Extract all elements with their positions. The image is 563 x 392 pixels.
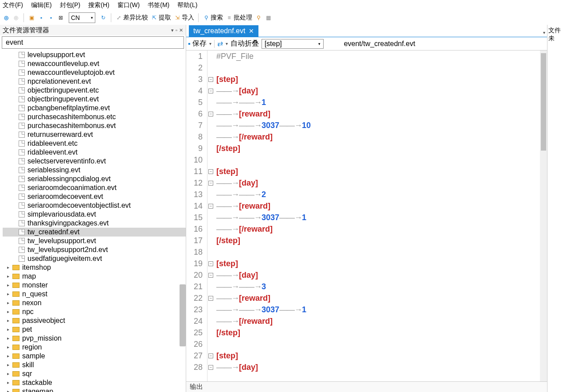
expand-icon[interactable]: ▸ xyxy=(7,307,12,316)
file-item[interactable]: tw_levelupsupport2nd.evt xyxy=(3,245,186,254)
file-item[interactable]: tw_creatednf.evt xyxy=(3,228,186,237)
file-item[interactable]: levelupsupport.evt xyxy=(3,50,186,59)
save-dropdown-icon[interactable]: ▾ xyxy=(209,41,211,46)
file-item[interactable]: purchasecashitembonus.etc xyxy=(3,113,186,121)
file-item[interactable]: newaccountleveluptojob.evt xyxy=(3,68,186,77)
back-icon[interactable]: ◎ xyxy=(3,14,10,21)
file-item[interactable]: ridableevent.etc xyxy=(3,139,186,148)
expand-icon[interactable]: ▸ xyxy=(7,281,12,290)
file-item[interactable]: objectbringupevent.etc xyxy=(3,86,186,95)
panel-pin-icon[interactable]: ▫ xyxy=(176,27,177,33)
folder-item[interactable]: ▸passiveobject xyxy=(3,316,186,325)
explorer-search-input[interactable]: event xyxy=(2,36,184,49)
folder-icon xyxy=(12,274,20,279)
file-icon xyxy=(19,87,25,93)
folder-item[interactable]: ▸pet xyxy=(3,325,186,334)
filter-icon[interactable]: ⚲ xyxy=(255,14,262,21)
section-dropdown[interactable]: [step]▾ xyxy=(262,39,324,49)
expand-icon[interactable]: ▸ xyxy=(7,299,12,307)
menu-item[interactable]: 帮助(L) xyxy=(177,1,197,9)
expand-icon[interactable]: ▸ xyxy=(7,316,12,325)
autofold-label[interactable]: 自动折叠 xyxy=(231,39,259,48)
folder-icon xyxy=(12,309,20,314)
tab-dropdown-icon[interactable]: ▾ xyxy=(543,30,545,35)
saveall-icon[interactable]: ▪ xyxy=(47,14,55,21)
toggle-icon[interactable]: ⇄ xyxy=(217,39,223,48)
batch-button[interactable]: ≡批处理 xyxy=(226,14,252,22)
folder-item[interactable]: ▸npc xyxy=(3,307,186,316)
panel-close-icon[interactable]: ✕ xyxy=(179,27,183,33)
expand-icon[interactable]: ▸ xyxy=(7,325,12,334)
expand-icon[interactable]: ▸ xyxy=(7,334,12,343)
folder-item[interactable]: ▸sample xyxy=(3,352,186,361)
folder-item[interactable]: ▸itemshop xyxy=(3,263,186,272)
expand-icon[interactable]: ▸ xyxy=(7,272,12,281)
forward-icon[interactable]: ◎ xyxy=(12,14,20,21)
close-icon[interactable]: ⊠ xyxy=(57,14,64,21)
open-icon[interactable]: ▣ xyxy=(28,14,35,21)
file-item[interactable]: purchasecashitembonus.evt xyxy=(3,121,186,130)
editor-scrollbar[interactable] xyxy=(540,50,547,381)
settings-icon[interactable]: ▦ xyxy=(265,14,272,21)
folder-item[interactable]: ▸stagemap xyxy=(3,387,186,392)
folder-item[interactable]: ▸nexon xyxy=(3,299,186,307)
expand-icon[interactable]: ▸ xyxy=(7,361,12,369)
editor-tab[interactable]: tw_creatednf.evt✕ xyxy=(189,25,258,37)
folder-item[interactable]: ▸region xyxy=(3,343,186,352)
expand-icon[interactable]: ▸ xyxy=(7,263,12,272)
output-panel-header[interactable]: 输出 xyxy=(186,381,547,392)
folder-item[interactable]: ▸map xyxy=(3,272,186,281)
folder-icon xyxy=(12,283,20,288)
menu-item[interactable]: 窗口(W) xyxy=(117,1,140,9)
file-item[interactable]: objectbringupevent.evt xyxy=(3,95,186,104)
file-item[interactable]: seriablessingnpcdialog.evt xyxy=(3,175,186,183)
menu-item[interactable]: 书签(M) xyxy=(148,1,169,9)
file-item[interactable]: selectservereventinfo.evt xyxy=(3,157,186,166)
file-item[interactable]: usedfatiguegiveitem.evt xyxy=(3,254,186,263)
folder-item[interactable]: ▸stackable xyxy=(3,378,186,387)
file-item[interactable]: npcrelationevent.evt xyxy=(3,77,186,86)
file-item[interactable]: newaccountlevelup.evt xyxy=(3,59,186,68)
file-item[interactable]: seriaroomdecoeventobjectlist.evt xyxy=(3,201,186,210)
search-button[interactable]: ⚲搜索 xyxy=(203,14,223,22)
import-button[interactable]: ⇲导入 xyxy=(174,14,194,22)
expand-icon[interactable]: ▸ xyxy=(7,369,12,378)
file-item[interactable]: simplevariousdata.evt xyxy=(3,210,186,219)
save-icon[interactable]: ▪ xyxy=(38,14,45,21)
menu-bar: 文件(F)编辑(E)封包(P)搜索(H)窗口(W)书签(M)帮助(L) xyxy=(0,0,563,11)
language-select[interactable]: CN▾ xyxy=(69,12,95,23)
extract-button[interactable]: ⇱提取 xyxy=(151,14,171,22)
folder-item[interactable]: ▸pvp_mission xyxy=(3,334,186,343)
menu-item[interactable]: 文件(F) xyxy=(3,1,23,9)
code-editor[interactable]: 1234567891011121314151617181920212223242… xyxy=(186,50,547,381)
expand-icon[interactable]: ▸ xyxy=(7,343,12,352)
panel-menu-icon[interactable]: ▾ xyxy=(171,27,174,33)
right-sidebar[interactable]: 文件 未 xyxy=(547,25,563,392)
file-item[interactable]: seriablessing.evt xyxy=(3,166,186,175)
tab-close-icon[interactable]: ✕ xyxy=(249,27,254,35)
file-item[interactable]: pcbangbenefitplaytime.evt xyxy=(3,104,186,113)
folder-item[interactable]: ▸skill xyxy=(3,361,186,369)
folder-item[interactable]: ▸sqr xyxy=(3,369,186,378)
file-icon xyxy=(19,140,25,147)
diff-button[interactable]: ⤢差异比较 xyxy=(115,14,148,22)
expand-icon[interactable]: ▸ xyxy=(7,352,12,361)
expand-icon[interactable]: ▸ xyxy=(7,387,12,392)
folder-item[interactable]: ▸monster xyxy=(3,281,186,290)
scrollbar-thumb[interactable] xyxy=(180,284,186,346)
folder-item[interactable]: ▸n_quest xyxy=(3,290,186,299)
editor-save-button[interactable]: ▪保存 xyxy=(188,39,207,48)
file-item[interactable]: returnuserreward.evt xyxy=(3,130,186,139)
file-item[interactable]: seriaroomdecoanimation.evt xyxy=(3,183,186,192)
expand-icon[interactable]: ▸ xyxy=(7,290,12,299)
menu-item[interactable]: 搜索(H) xyxy=(88,1,109,9)
menu-item[interactable]: 封包(P) xyxy=(60,1,81,9)
file-item[interactable]: tw_levelupsupport.evt xyxy=(3,237,186,245)
file-tree[interactable]: levelupsupport.evtnewaccountlevelup.evtn… xyxy=(0,50,186,392)
file-item[interactable]: thanksgivingpackages.evt xyxy=(3,219,186,228)
file-item[interactable]: ridableevent.evt xyxy=(3,148,186,157)
expand-icon[interactable]: ▸ xyxy=(7,378,12,387)
menu-item[interactable]: 编辑(E) xyxy=(31,1,52,9)
file-item[interactable]: seriaroomdecoevent.evt xyxy=(3,192,186,201)
refresh-icon[interactable]: ↻ xyxy=(100,14,107,21)
